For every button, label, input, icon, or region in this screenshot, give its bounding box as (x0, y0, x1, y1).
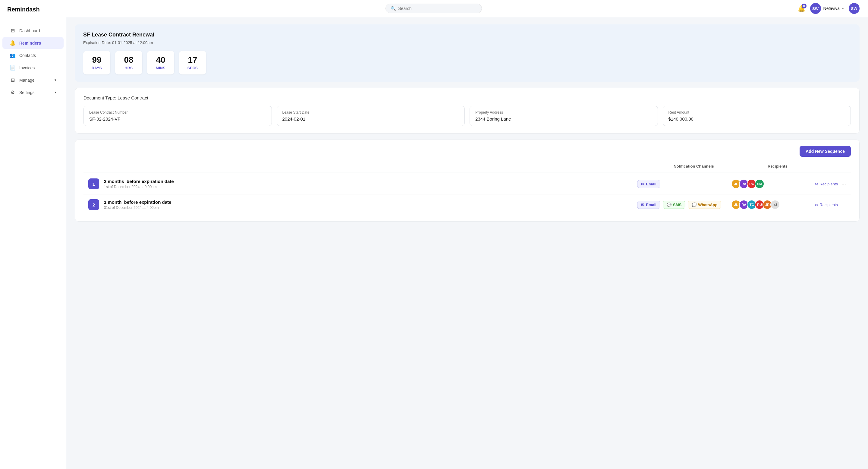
sidebar-item-reminders[interactable]: 🔔 Reminders (2, 37, 64, 49)
sidebar-nav: ⊞ Dashboard 🔔 Reminders 👥 Contacts 📄 Inv… (0, 19, 66, 469)
field-value: 2344 Boring Lane (475, 116, 652, 122)
sequence-row: 2 1 month before expiration date 31st of… (84, 194, 851, 215)
sequences-header: Add New Sequence (84, 146, 851, 157)
mins-value: 40 (153, 55, 168, 65)
sidebar-item-dashboard[interactable]: ⊞ Dashboard (2, 25, 64, 36)
recipients-label: Recipients (819, 182, 838, 186)
sequence-date: 1st of December 2024 at 9:00am (104, 185, 635, 189)
settings-icon: ⚙ (10, 90, 16, 95)
field-rent-amount: Rent Amount $140,000.00 (663, 106, 851, 126)
sidebar-item-label: Contacts (19, 53, 36, 58)
channel-whatsapp-badge: 💭 WhatsApp (688, 201, 721, 209)
sequence-number: 2 (88, 199, 99, 210)
sequence-row: 1 2 months before expiration date 1st of… (84, 174, 851, 194)
recipients-link[interactable]: ⋈ Recipients (814, 182, 838, 186)
share-icon: ⋈ (814, 182, 818, 186)
whatsapp-icon: 💭 (692, 202, 696, 207)
sidebar-item-label: Reminders (19, 41, 41, 45)
mins-label: MINS (153, 66, 168, 70)
sequence-info: 2 months before expiration date 1st of D… (104, 179, 635, 189)
user-menu-chevron: ▾ (842, 7, 844, 10)
header: 🔍 🔔 0 SW Netaviva ▾ SW (66, 0, 868, 17)
sequence-date: 31st of December 2024 at 4:00pm (104, 206, 635, 210)
sidebar: Remindash ⊞ Dashboard 🔔 Reminders 👥 Cont… (0, 0, 66, 469)
sequence-number: 1 (88, 179, 99, 189)
add-sequence-button[interactable]: Add New Sequence (800, 146, 851, 157)
channel-label: Email (646, 182, 656, 186)
recipient-avatar: SM (755, 179, 764, 189)
field-label: Rent Amount (669, 110, 845, 115)
field-value: SF-02-2024-VF (89, 116, 266, 122)
days-value: 99 (89, 55, 104, 65)
main-content: SF Lease Contract Renewal Expiration Dat… (66, 17, 868, 469)
sequence-title: 2 months before expiration date (104, 179, 635, 184)
sidebar-item-label: Invoices (19, 65, 35, 70)
sidebar-item-contacts[interactable]: 👥 Contacts (2, 50, 64, 61)
sequence-recipients: JL RA RC SM (731, 179, 809, 189)
chevron-down-icon: ▾ (55, 78, 56, 82)
user-avatar[interactable]: SW (849, 3, 860, 14)
col-header-channels: Notification Channels (671, 164, 768, 168)
search-input[interactable] (398, 6, 458, 11)
more-options-button[interactable]: ··· (841, 201, 846, 208)
more-options-button[interactable]: ··· (841, 181, 846, 187)
countdown-days: 99 DAYS (83, 51, 110, 74)
contacts-icon: 👥 (10, 53, 16, 58)
share-icon: ⋈ (814, 202, 818, 207)
sidebar-item-settings[interactable]: ⚙ Settings ▾ (2, 87, 64, 98)
channel-email-badge: ✉ Email (637, 180, 660, 188)
header-right: 🔔 0 SW Netaviva ▾ SW (798, 3, 860, 14)
recipients-link[interactable]: ⋈ Recipients (814, 202, 838, 207)
field-start-date: Lease Start Date 2024-02-01 (277, 106, 465, 126)
search-icon: 🔍 (391, 6, 396, 11)
sequence-title: 1 month before expiration date (104, 199, 635, 205)
channel-label: SMS (673, 202, 681, 207)
channel-label: WhatsApp (698, 202, 717, 207)
countdown-secs: 17 SECS (179, 51, 206, 74)
col-header-recipients: Recipients (768, 164, 846, 168)
secs-label: SECS (185, 66, 200, 70)
countdown-mins: 40 MINS (147, 51, 174, 74)
app-logo: Remindash (0, 0, 66, 19)
countdown: 99 DAYS 08 HRS 40 MINS 17 SECS (83, 51, 851, 74)
sidebar-item-label: Manage (19, 78, 35, 83)
chevron-down-icon: ▾ (55, 90, 56, 94)
sidebar-item-manage[interactable]: ⊞ Manage ▾ (2, 74, 64, 86)
user-menu[interactable]: SW Netaviva ▾ (810, 3, 844, 14)
sequence-actions: ⋈ Recipients ··· (814, 181, 846, 187)
hrs-label: HRS (121, 66, 136, 70)
hrs-value: 08 (121, 55, 136, 65)
manage-icon: ⊞ (10, 77, 16, 83)
sequence-channels: ✉ Email (635, 180, 731, 188)
recipient-avatars: JL RA RC SM (731, 179, 764, 189)
email-icon: ✉ (641, 182, 644, 186)
sequence-actions: ⋈ Recipients ··· (814, 201, 846, 208)
recipient-avatars: JL RA TC RU JR +3 (731, 200, 780, 210)
secs-value: 17 (185, 55, 200, 65)
document-type-label: Document Type: Lease Contract (84, 95, 851, 100)
user-org-name: Netaviva (824, 6, 840, 11)
field-label: Property Address (475, 110, 652, 115)
invoices-icon: 📄 (10, 65, 16, 70)
field-value: 2024-02-01 (282, 116, 459, 122)
sidebar-item-invoices[interactable]: 📄 Invoices (2, 62, 64, 73)
col-header-sequence (88, 164, 671, 168)
document-fields: Lease Contract Number SF-02-2024-VF Leas… (84, 106, 851, 126)
field-label: Lease Contract Number (89, 110, 266, 115)
reminder-title: SF Lease Contract Renewal (83, 32, 851, 38)
field-label: Lease Start Date (282, 110, 459, 115)
reminder-expiry: Expiration Date: 01-31-2025 at 12:00am (83, 40, 851, 45)
user-org-avatar: SW (810, 3, 821, 14)
dashboard-icon: ⊞ (10, 28, 16, 33)
notification-button[interactable]: 🔔 0 (798, 5, 805, 12)
extra-recipients-badge: +3 (770, 200, 780, 210)
email-icon: ✉ (641, 202, 644, 207)
search-box: 🔍 (385, 4, 482, 13)
sequences-card: Add New Sequence Notification Channels R… (75, 139, 860, 222)
field-value: $140,000.00 (669, 116, 845, 122)
document-card: Document Type: Lease Contract Lease Cont… (75, 88, 860, 133)
sequence-recipients: JL RA TC RU JR +3 (731, 200, 809, 210)
field-property-address: Property Address 2344 Boring Lane (470, 106, 658, 126)
sequence-info: 1 month before expiration date 31st of D… (104, 199, 635, 210)
channel-label: Email (646, 202, 656, 207)
